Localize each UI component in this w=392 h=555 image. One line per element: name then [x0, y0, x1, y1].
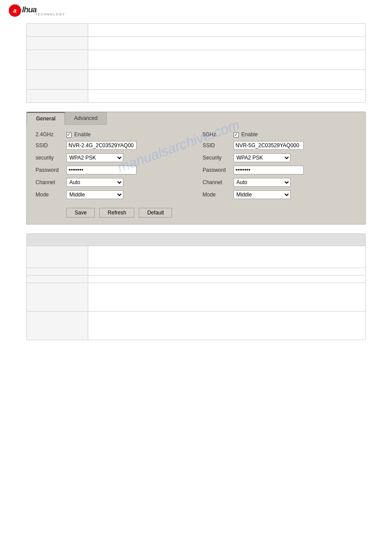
table-cell-label: [27, 312, 88, 340]
table-cell-label: [27, 283, 88, 312]
mode-5-row: Mode Middle: [203, 190, 357, 199]
wifi-5ghz-col: 5GHz Enable SSID Security: [203, 131, 357, 203]
table-header-row: [27, 234, 366, 246]
table-row: [27, 246, 366, 268]
band-24-enable-area: Enable: [66, 131, 190, 138]
ssid-5-row: SSID: [203, 141, 357, 150]
table-row: [27, 50, 366, 70]
wifi-columns: 2.4GHz Enable SSID security: [36, 131, 356, 203]
channel-24-label: Channel: [36, 179, 66, 185]
default-button[interactable]: Default: [139, 208, 172, 218]
table-cell-label: [27, 90, 88, 103]
table-cell-label: [27, 276, 88, 283]
band-5-checkbox[interactable]: [234, 132, 239, 138]
table-cell-label: [27, 37, 88, 50]
table-row: [27, 268, 366, 276]
table-cell-value: [88, 283, 366, 312]
band-5-label: 5GHz: [203, 131, 234, 138]
logo: a lhua TECHNOLOGY: [9, 4, 383, 17]
mode-5-label: Mode: [203, 192, 234, 198]
tab-advanced[interactable]: Advanced: [65, 112, 107, 125]
band-5-enable-label: Enable: [241, 131, 258, 138]
logo-letter: a: [13, 7, 17, 14]
band-24-header-row: 2.4GHz Enable: [36, 131, 190, 138]
mode-5-select[interactable]: Middle: [234, 190, 291, 199]
table-cell-label: [27, 246, 88, 268]
password-5-input[interactable]: [234, 166, 304, 174]
logo-icon: a: [9, 4, 21, 17]
table-row: [27, 37, 366, 50]
refresh-button[interactable]: Refresh: [99, 208, 134, 218]
table-row: [27, 24, 366, 37]
wifi-24ghz-col: 2.4GHz Enable SSID security: [36, 131, 190, 203]
password-5-row: Password: [203, 166, 357, 174]
table-cell-label: [27, 24, 88, 37]
table-cell-value: [88, 37, 366, 50]
channel-5-row: Channel Auto: [203, 178, 357, 187]
table-cell-label: [27, 50, 88, 70]
password-24-label: Password: [36, 167, 66, 173]
security-24-select-wrapper: WPA2 PSK: [66, 153, 123, 162]
bottom-table: [26, 233, 366, 340]
security-5-row: Security WPA2 PSK: [203, 153, 357, 162]
table-cell-value: [88, 276, 366, 283]
band-5-enable-area: Enable: [234, 131, 357, 138]
security-5-label: Security: [203, 155, 234, 161]
table-cell-value: [88, 90, 366, 103]
channel-24-row: Channel Auto: [36, 178, 190, 187]
ssid-5-input[interactable]: [234, 141, 304, 150]
tab-general[interactable]: General: [27, 112, 65, 125]
band-24-checkbox[interactable]: [66, 132, 72, 138]
wifi-actions: Save Refresh Default: [36, 208, 356, 218]
table-row: [27, 283, 366, 312]
table-row: [27, 70, 366, 90]
password-24-row: Password: [36, 166, 190, 174]
security-24-row: security WPA2 PSK: [36, 153, 190, 162]
table-cell-value: [88, 70, 366, 90]
logo-subtitle: TECHNOLOGY: [35, 13, 65, 16]
ssid-24-label: SSID: [36, 142, 66, 149]
save-button[interactable]: Save: [66, 208, 95, 218]
logo-area: a lhua TECHNOLOGY: [0, 0, 392, 19]
channel-5-label: Channel: [203, 179, 234, 185]
wifi-panel: General Advanced 2.4GHz Enable: [26, 112, 366, 225]
table-cell-label: [27, 70, 88, 90]
password-24-input[interactable]: [66, 166, 137, 174]
table-header-cell: [27, 234, 366, 246]
wifi-tabs: General Advanced: [27, 112, 365, 125]
table-row: [27, 276, 366, 283]
channel-24-select[interactable]: Auto: [66, 178, 123, 187]
table-cell-value: [88, 246, 366, 268]
security-24-label: security: [36, 155, 66, 161]
ssid-24-input[interactable]: [66, 141, 137, 150]
top-table: [26, 23, 366, 103]
table-cell-value: [88, 24, 366, 37]
table-cell-value: [88, 50, 366, 70]
security-5-select[interactable]: WPA2 PSK: [234, 153, 291, 162]
ssid-24-row: SSID: [36, 141, 190, 150]
mode-24-select[interactable]: Middle: [66, 190, 123, 199]
security-24-select[interactable]: WPA2 PSK: [66, 153, 123, 162]
table-row: [27, 90, 366, 103]
ssid-5-label: SSID: [203, 142, 234, 149]
table-cell-value: [88, 268, 366, 276]
mode-24-label: Mode: [36, 192, 66, 198]
wifi-body: 2.4GHz Enable SSID security: [27, 125, 365, 224]
band-24-label: 2.4GHz: [36, 131, 66, 138]
band-5-header-row: 5GHz Enable: [203, 131, 357, 138]
table-cell-value: [88, 312, 366, 340]
channel-5-select[interactable]: Auto: [234, 178, 291, 187]
password-5-label: Password: [203, 167, 234, 173]
logo-brand: lhua: [22, 5, 36, 14]
mode-24-row: Mode Middle: [36, 190, 190, 199]
band-24-enable-label: Enable: [74, 131, 90, 138]
table-row: [27, 312, 366, 340]
table-cell-label: [27, 268, 88, 276]
